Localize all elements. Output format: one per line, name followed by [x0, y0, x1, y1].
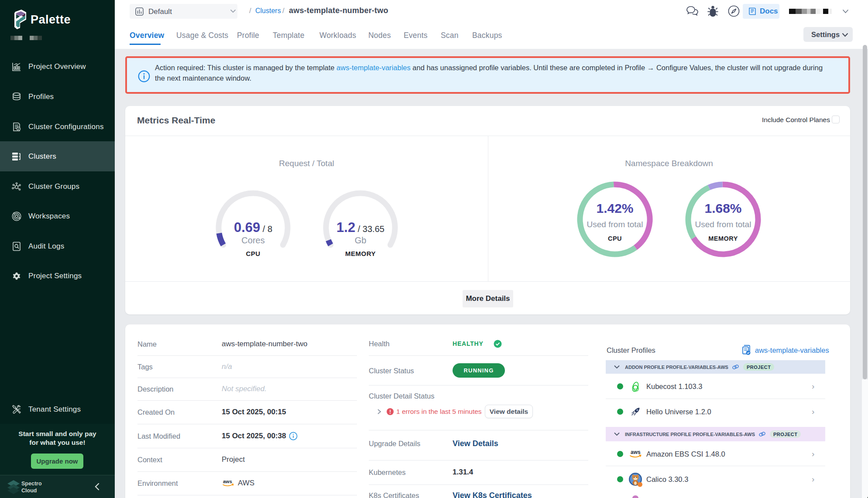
- svg-text:aws: aws: [223, 479, 232, 484]
- svg-text:aws: aws: [631, 449, 641, 455]
